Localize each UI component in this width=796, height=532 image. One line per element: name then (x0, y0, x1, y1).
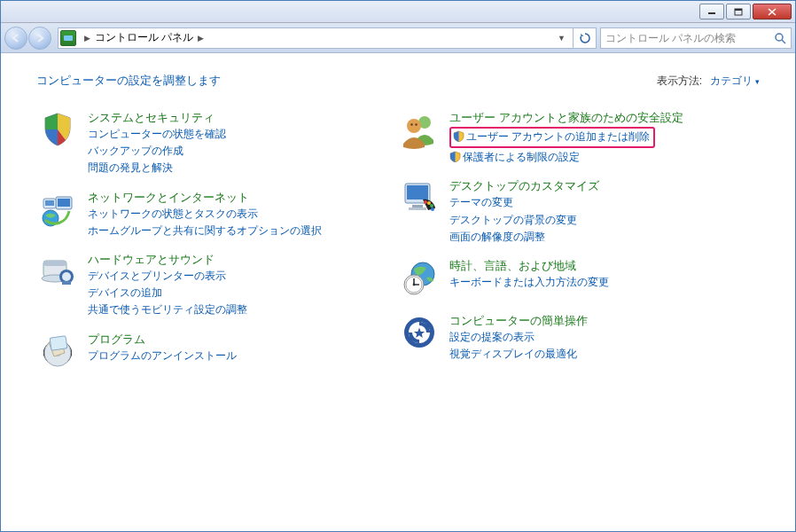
arrow-left-icon (11, 33, 21, 43)
category-network: ネットワークとインターネット ネットワークの状態とタスクの表示 ホームグループと… (36, 190, 398, 239)
link-check-status[interactable]: コンピューターの状態を確認 (88, 126, 226, 143)
link-optimize-display[interactable]: 視覚ディスプレイの最適化 (449, 346, 577, 363)
link-parental-controls[interactable]: 保護者による制限の設定 (463, 149, 580, 166)
svg-rect-24 (407, 185, 428, 200)
maximize-button[interactable] (726, 4, 751, 20)
category-link-ease[interactable]: コンピューターの簡単操作 (449, 314, 588, 327)
view-by-dropdown[interactable]: カテゴリ (710, 74, 760, 87)
svg-point-13 (62, 272, 71, 281)
system-security-icon (36, 110, 79, 153)
link-uninstall[interactable]: プログラムのアンインストール (88, 348, 237, 364)
category-link-clock[interactable]: 時計、言語、および地域 (449, 259, 576, 272)
search-input[interactable] (605, 32, 770, 44)
link-mobility[interactable]: 共通で使うモビリティ設定の調整 (88, 301, 247, 318)
close-button[interactable] (753, 4, 792, 20)
left-column: システムとセキュリティ コンピューターの状態を確認 バックアップの作成 問題の発… (36, 110, 398, 387)
category-appearance: デスクトップのカスタマイズ テーマの変更 デスクトップの背景の変更 画面の解像度… (398, 178, 760, 246)
content-area: コンピューターの設定を調整します 表示方法: カテゴリ シ (1, 53, 795, 531)
users-icon (398, 110, 441, 153)
link-homegroup[interactable]: ホームグループと共有に関するオプションの選択 (88, 223, 322, 239)
maximize-icon (734, 8, 743, 16)
svg-point-20 (407, 119, 421, 133)
link-input-method[interactable]: キーボードまたは入力方法の変更 (449, 274, 609, 291)
navigation-toolbar: ▶ コントロール パネル ▶ ▼ (1, 23, 795, 53)
svg-point-3 (776, 34, 783, 41)
svg-rect-25 (412, 205, 423, 207)
svg-rect-8 (45, 200, 54, 206)
category-system: システムとセキュリティ コンピューターの状態を確認 バックアップの作成 問題の発… (36, 110, 398, 177)
close-icon (768, 8, 776, 16)
appearance-icon (398, 178, 441, 221)
svg-rect-18 (50, 335, 67, 349)
category-link-network[interactable]: ネットワークとインターネット (88, 191, 249, 204)
forward-button[interactable] (28, 27, 51, 50)
address-bar[interactable]: ▶ コントロール パネル ▶ ▼ (58, 27, 574, 49)
svg-point-27 (424, 200, 427, 204)
svg-point-30 (431, 207, 434, 211)
link-devices-printers[interactable]: デバイスとプリンターの表示 (88, 268, 226, 285)
svg-rect-6 (58, 199, 70, 207)
page-heading: コンピューターの設定を調整します (36, 73, 221, 89)
svg-point-22 (415, 123, 417, 125)
refresh-button[interactable] (574, 27, 597, 49)
link-resolution[interactable]: 画面の解像度の調整 (449, 229, 545, 246)
category-hardware: ハードウェアとサウンド デバイスとプリンターの表示 デバイスの追加 共通で使うモ… (36, 252, 398, 319)
network-icon (36, 190, 79, 232)
uac-shield-icon (449, 151, 461, 162)
programs-icon (36, 332, 79, 374)
view-by: 表示方法: カテゴリ (657, 74, 760, 89)
svg-point-34 (413, 284, 416, 286)
svg-rect-26 (409, 207, 426, 210)
svg-rect-2 (735, 9, 742, 11)
svg-rect-14 (62, 281, 71, 285)
link-change-background[interactable]: デスクトップの背景の変更 (449, 212, 577, 229)
chevron-right-icon: ▶ (80, 34, 95, 43)
link-network-status[interactable]: ネットワークの状態とタスクの表示 (88, 206, 258, 223)
link-suggest-settings[interactable]: 設定の提案の表示 (449, 329, 535, 346)
search-icon[interactable] (774, 32, 786, 44)
svg-point-28 (427, 201, 431, 205)
link-troubleshoot[interactable]: 問題の発見と解決 (88, 160, 173, 176)
category-users: ユーザー アカウントと家族のための安全設定 ユーザー アカウントの追加または削除… (398, 110, 760, 166)
address-dropdown[interactable]: ▼ (552, 34, 571, 43)
link-backup[interactable]: バックアップの作成 (88, 143, 183, 160)
search-box[interactable] (600, 27, 792, 49)
back-button[interactable] (4, 27, 27, 50)
breadcrumb-root[interactable]: コントロール パネル (95, 29, 193, 46)
category-clock: 時計、言語、および地域 キーボードまたは入力方法の変更 (398, 258, 760, 301)
category-ease: コンピューターの簡単操作 設定の提案の表示 視覚ディスプレイの最適化 (398, 313, 760, 363)
hardware-icon (36, 252, 79, 294)
minimize-icon (707, 8, 716, 15)
window-titlebar (1, 1, 795, 23)
chevron-right-icon: ▶ (193, 34, 208, 43)
svg-rect-10 (43, 261, 66, 266)
category-link-system[interactable]: システムとセキュリティ (88, 111, 215, 124)
link-change-theme[interactable]: テーマの変更 (449, 194, 513, 211)
svg-point-29 (430, 204, 433, 207)
right-column: ユーザー アカウントと家族のための安全設定 ユーザー アカウントの追加または削除… (398, 110, 760, 387)
category-programs: プログラム プログラムのアンインストール (36, 332, 398, 374)
ease-of-access-icon (398, 313, 441, 356)
highlight-annotation: ユーザー アカウントの追加または削除 (449, 127, 655, 148)
category-link-hardware[interactable]: ハードウェアとサウンド (88, 253, 215, 266)
control-panel-icon (60, 30, 76, 46)
uac-shield-icon (453, 130, 464, 142)
arrow-right-icon (35, 33, 45, 43)
category-link-appearance[interactable]: デスクトップのカスタマイズ (449, 179, 599, 192)
link-add-remove-accounts[interactable]: ユーザー アカウントの追加または削除 (466, 129, 650, 145)
refresh-icon (579, 32, 591, 44)
view-by-label: 表示方法: (657, 74, 702, 87)
svg-point-21 (410, 123, 412, 125)
svg-rect-0 (708, 12, 715, 14)
link-add-device[interactable]: デバイスの追加 (88, 285, 162, 301)
category-link-programs[interactable]: プログラム (88, 332, 145, 346)
clock-region-icon (398, 258, 441, 301)
category-link-users[interactable]: ユーザー アカウントと家族のための安全設定 (449, 111, 683, 124)
minimize-button[interactable] (699, 4, 724, 20)
